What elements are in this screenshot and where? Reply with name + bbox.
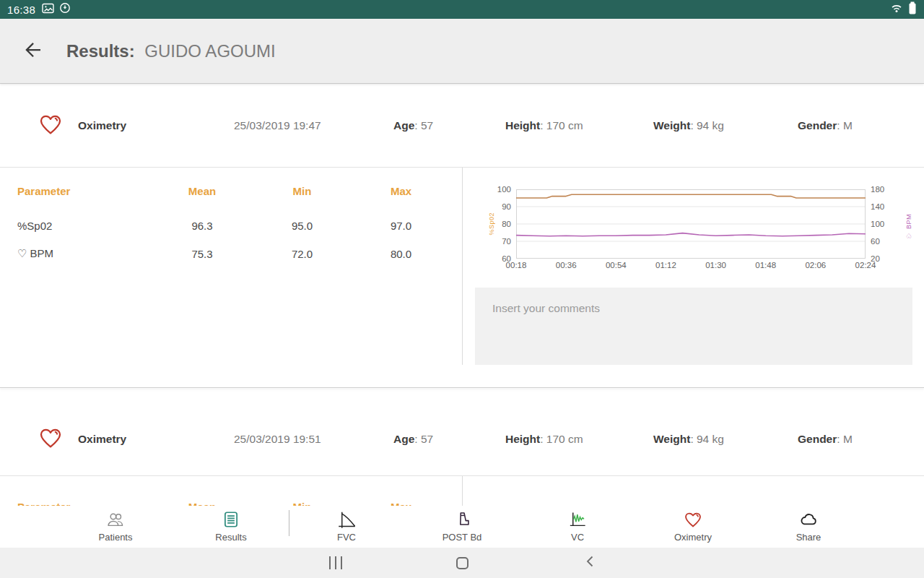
oximetry-chart: %Sp02 10090807060 1801401006020 00:1800:… xyxy=(475,185,912,273)
separator: : xyxy=(690,119,697,131)
gender-label: Gender xyxy=(798,119,837,131)
clock: 16:38 xyxy=(7,4,35,16)
nav-item-label: FVC xyxy=(337,532,356,543)
heart-icon xyxy=(0,426,65,453)
col-max: Max xyxy=(352,185,450,197)
min-value: 72.0 xyxy=(253,248,352,260)
nav-item-vc[interactable]: VC xyxy=(520,506,635,548)
nav-item-share[interactable]: Share xyxy=(751,506,866,548)
axis-tick: 100 xyxy=(487,184,511,194)
nav-item-fvc[interactable]: FVC xyxy=(289,506,404,548)
col-min: Min xyxy=(253,185,352,197)
separator: : xyxy=(540,433,546,445)
test-name: Oximetry xyxy=(65,433,221,446)
status-bar: 16:38 xyxy=(0,0,924,19)
nav-item-label: VC xyxy=(571,532,584,543)
nav-item-patients[interactable]: Patients xyxy=(58,506,173,548)
axis-tick: 60 xyxy=(871,236,895,246)
height-label: Height xyxy=(505,433,540,445)
inhaler-icon xyxy=(453,509,472,530)
app-screen: 16:38 Results: GUIDO AGOUMI xyxy=(0,0,924,578)
heart-icon xyxy=(0,112,65,139)
wifi-icon xyxy=(890,3,903,16)
test-datetime: 25/03/2019 19:51 xyxy=(221,433,390,446)
back-chevron-icon xyxy=(584,554,596,571)
bottom-nav-bar: Patients Results FVC POST Bd VC xyxy=(0,506,924,548)
spacer xyxy=(0,388,924,403)
nav-group-divider xyxy=(289,510,289,536)
axis-tick: 02:06 xyxy=(800,261,832,269)
right-axis-title: ♡ BPM xyxy=(905,214,912,239)
separator: : xyxy=(540,119,546,131)
param-name: %Sp02 xyxy=(17,220,152,232)
weight-label: Weight xyxy=(653,119,690,131)
results-icon xyxy=(222,509,240,530)
app-header: Results: GUIDO AGOUMI xyxy=(0,19,924,84)
height-label: Height xyxy=(505,119,540,131)
result-card-1-body: Parameter Mean Min Max %Sp02 96.3 95.0 9… xyxy=(0,168,924,365)
axis-tick: 00:18 xyxy=(500,261,532,269)
height-value: 170 cm xyxy=(546,119,583,131)
cloud-share-icon xyxy=(798,509,819,530)
result-card-1-header[interactable]: Oximetry 25/03/2019 19:47 Age: 57 Height… xyxy=(0,85,924,167)
axis-tick: 00:36 xyxy=(550,261,582,269)
battery-icon xyxy=(908,1,917,18)
age-value: 57 xyxy=(421,433,433,445)
axis-tick: 01:12 xyxy=(650,261,681,269)
home-button[interactable] xyxy=(440,548,484,578)
separator: : xyxy=(837,433,843,445)
gender-info: Gender: M xyxy=(798,119,924,132)
nav-item-label: Oximetry xyxy=(674,532,712,543)
axis-tick: 180 xyxy=(871,184,895,194)
nav-item-oximetry[interactable]: Oximetry xyxy=(635,506,751,548)
back-nav-button[interactable] xyxy=(568,548,611,578)
nav-item-postbd[interactable]: POST Bd xyxy=(404,506,520,548)
nav-item-label: Share xyxy=(796,532,821,543)
min-value: 95.0 xyxy=(253,220,352,232)
weight-label: Weight xyxy=(653,433,690,445)
test-name: Oximetry xyxy=(65,119,221,132)
patients-icon xyxy=(106,509,126,530)
weight-info: Weight: 94 kg xyxy=(653,433,798,446)
android-navigation-bar xyxy=(0,548,924,578)
vc-waveform-icon xyxy=(568,509,588,530)
parameter-table: Parameter Mean Min Max %Sp02 96.3 95.0 9… xyxy=(0,168,463,365)
gender-info: Gender: M xyxy=(798,433,924,446)
recents-button[interactable] xyxy=(314,548,357,578)
result-card-1: Oximetry 25/03/2019 19:47 Age: 57 Height… xyxy=(0,85,924,365)
title-prefix: Results: xyxy=(66,41,135,61)
test-datetime: 25/03/2019 19:47 xyxy=(221,119,390,132)
height-info: Height: 170 cm xyxy=(505,433,653,446)
max-value: 97.0 xyxy=(352,220,450,232)
table-row: ♡ BPM 75.3 72.0 80.0 xyxy=(17,247,462,260)
nav-item-label: Results xyxy=(215,532,246,543)
axis-tick: 01:48 xyxy=(750,261,782,269)
fvc-curve-icon xyxy=(337,509,357,530)
screenshot-icon xyxy=(42,3,54,17)
table-header-row: Parameter Mean Min Max xyxy=(17,185,462,197)
result-card-2-header[interactable]: Oximetry 25/03/2019 19:51 Age: 57 Height… xyxy=(0,403,924,475)
nav-item-label: Patients xyxy=(99,532,133,543)
weight-value: 94 kg xyxy=(697,119,724,131)
axis-tick: 140 xyxy=(871,202,895,212)
page-title: Results: GUIDO AGOUMI xyxy=(66,41,276,61)
col-mean: Mean xyxy=(152,185,253,197)
weight-info: Weight: 94 kg xyxy=(653,119,798,132)
back-button[interactable] xyxy=(20,38,46,64)
height-value: 170 cm xyxy=(546,433,583,445)
param-name: ♡ BPM xyxy=(17,247,152,260)
axis-tick: 01:30 xyxy=(700,261,732,269)
comments-input[interactable] xyxy=(475,288,912,365)
oximetry-chart-plot xyxy=(516,189,866,259)
axis-tick: 90 xyxy=(487,202,511,212)
separator: : xyxy=(690,433,697,445)
gender-value: M xyxy=(843,119,853,131)
nav-item-results[interactable]: Results xyxy=(173,506,289,548)
data-usage-icon xyxy=(59,2,71,17)
height-info: Height: 170 cm xyxy=(505,119,653,132)
heart-icon xyxy=(684,509,702,530)
max-value: 80.0 xyxy=(352,248,450,260)
axis-tick: 00:54 xyxy=(600,261,632,269)
separator: : xyxy=(837,119,843,131)
age-info: Age: 57 xyxy=(390,433,505,446)
